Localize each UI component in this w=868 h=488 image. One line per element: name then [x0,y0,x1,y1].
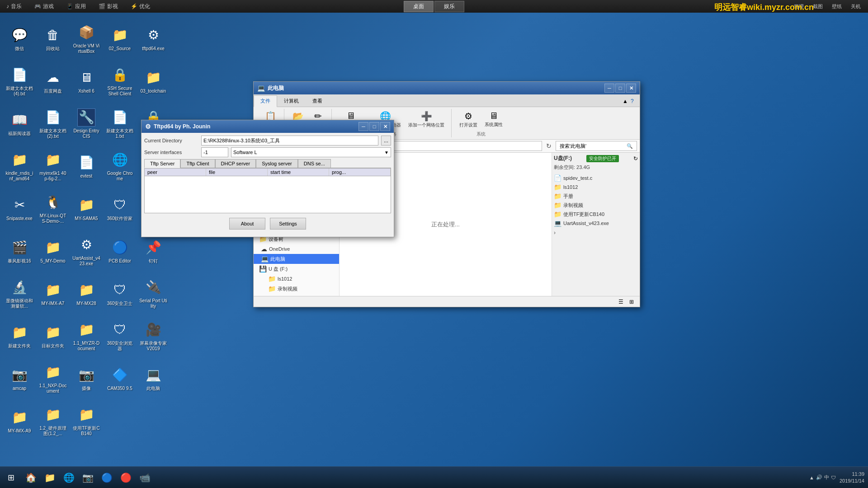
icon-360software[interactable]: 🛡 360软件管家 [104,189,136,228]
icon-360security[interactable]: 🛡 360安全卫士 [104,274,136,313]
tray-arrow-icon[interactable]: ▲ [809,475,814,480]
icon-02source[interactable]: 📁 02_Source [104,19,136,58]
icon-newtext4[interactable]: 📄 新建文本文档 (4).txt [4,62,35,100]
current-dir-input[interactable]: E:\RK3288\linux-3.10系统\03_工具 [201,136,378,145]
icon-360browser[interactable]: 🛡 360安全浏览器 [104,317,136,355]
tab-tftp-client[interactable]: Tftp Client [180,159,215,168]
icon-design-entry[interactable]: 🔧 Design Entry CIS [71,104,102,143]
tray-security-icon[interactable]: 🛡 [831,475,836,480]
icon-cam350[interactable]: 🔷 CAM350 9.5 [104,359,136,398]
icon-newtext1[interactable]: 📄 新建文本文档 1.txt [104,104,136,143]
taskbar-app-chrome[interactable]: 🔵 [98,469,116,487]
start-button[interactable]: ⊞ [2,469,20,487]
tray-volume-icon[interactable]: 🔊 [816,474,822,480]
tftpd-close-btn[interactable]: ✕ [380,122,390,131]
icon-uart-assist[interactable]: ⚙ UartAssist_v423.exe [71,232,102,270]
icon-evtest[interactable]: 📄 evtest [71,147,102,185]
browse-btn[interactable]: ... [381,136,391,145]
icon-kindle[interactable]: 📁 kindle_rndis_inf_amd64 [4,147,35,185]
icon-my-imx-a9[interactable]: 📁 MY-IMX-A9 [4,402,35,440]
icon-new-folder[interactable]: 📁 新建文件夹 [4,317,35,355]
icon-wechat[interactable]: 💬 微信 [4,19,35,58]
explorer-maximize-btn[interactable]: □ [615,84,625,93]
nav-item-udisk[interactable]: 💾 U 盘 (F:) [254,264,339,274]
icon-snipaste[interactable]: ✂ Snipaste.exe [4,189,35,228]
icon-tftpd64[interactable]: ⚙ tftpd64.exe [137,19,169,58]
ribbon-btn-open-settings[interactable]: ⚙ 打开设置 [456,109,481,130]
entertainment-tab[interactable]: 娱乐 [434,1,464,12]
icon-my-mx28[interactable]: 📁 MY-MX28 [71,274,102,313]
security-refresh-btn[interactable]: ↻ [633,155,638,162]
tftpd-minimize-btn[interactable]: ─ [359,122,368,131]
ribbon-tab-computer[interactable]: 计算机 [277,95,306,107]
icon-baofeng[interactable]: 🎬 暴风影视16 [4,232,35,270]
right-panel-item-spidev[interactable]: 📄 spidev_test.c [554,174,638,183]
desktop-tab[interactable]: 桌面 [404,1,434,12]
list-view-btn[interactable]: ☰ [616,298,625,306]
ribbon-btn-system-props[interactable]: 🖥 系统属性 [481,109,506,130]
icon-my-computer[interactable]: 💻 此电脑 [137,359,169,398]
icon-myzr-doc[interactable]: 📁 1.1_MYZR-Document [71,317,102,355]
ribbon-help-btn[interactable]: ? [631,98,638,105]
icon-toolchain[interactable]: 📁 03_toolchain [137,62,169,100]
grid-view-btn[interactable]: ⊞ [627,298,636,306]
software-input[interactable]: Software L ▼ [231,147,391,157]
interfaces-input[interactable]: -1 [201,147,228,157]
refresh-button[interactable]: ↻ [544,141,554,151]
taskbar-top-movies[interactable]: 🎬 影视 [96,2,121,11]
tray-lang-icon[interactable]: 中 [824,474,829,481]
ribbon-expand-btn[interactable]: ▲ [623,98,630,105]
tab-syslog-server[interactable]: Syslog server [256,159,298,168]
icon-newtext2[interactable]: 📄 新建文本文档 (2).txt [37,104,69,143]
icon-ssh[interactable]: 🔒 SSH Secure Shell Client [104,62,136,100]
icon-my-imx-a7[interactable]: 📁 MY-IMX-A7 [37,274,69,313]
nav-item-this-pc[interactable]: 💻 此电脑 [254,254,339,264]
icon-dingtalk[interactable]: 📌 钉钉 [137,232,169,270]
icon-my-sama5[interactable]: 📁 MY-SAMA5 [71,189,102,228]
icon-baidu[interactable]: ☁ 百度网盘 [37,62,69,100]
icon-schematic[interactable]: 📁 1.2_硬件原理图(1.2_... [37,402,69,440]
ribbon-tab-view[interactable]: 查看 [306,95,329,107]
taskbar-top-music[interactable]: ♪ 音乐 [4,2,24,11]
tftpd-maximize-btn[interactable]: □ [369,122,379,131]
right-panel-expand-btn[interactable]: › [554,228,638,238]
icon-myimx6[interactable]: 📁 myimx6k1 40p-6g-2... [37,147,69,185]
search-bar[interactable]: 搜索'此电脑' 🔍 [556,141,637,151]
taskbar-app-camera[interactable]: 📷 [79,469,97,487]
taskbar-top-games[interactable]: 🎮 游戏 [32,2,57,11]
icon-pcb-editor[interactable]: 🔵 PCB Editor [104,232,136,270]
settings-button[interactable]: Settings [270,218,306,230]
taskbar-app-red[interactable]: 🔴 [117,469,135,487]
shutdown-btn[interactable]: 关机 [847,2,864,11]
icon-virtualbox[interactable]: 📦 Oracle VM VirtualBox [71,19,102,58]
right-panel-item-uart-assist-rp[interactable]: 💻 UartAssist_v423.exe [554,219,638,228]
explorer-close-btn[interactable]: ✕ [626,84,636,93]
nav-item-ls1012[interactable]: 📁 ls1012 [254,274,339,284]
right-panel-item-manual[interactable]: 📁 手册 [554,192,638,201]
tab-tftp-server[interactable]: Tftp Server [144,159,180,168]
icon-google-chrome[interactable]: 🌐 Google Chrome [104,147,136,185]
icon-xshell[interactable]: 🖥 Xshell 6 [71,62,102,100]
right-panel-item-recordings-rp[interactable]: 📁 录制视频 [554,201,638,210]
icon-recycle[interactable]: 🗑 回收站 [37,19,69,58]
icon-my-demo[interactable]: 📁 5_MY-Demo [37,232,69,270]
about-button[interactable]: About [229,218,265,230]
icon-fuxin[interactable]: 📖 福新阅读器 [4,104,35,143]
icon-nxp-doc[interactable]: 📁 1.1_NXP-Document [37,359,69,398]
taskbar-app-video[interactable]: 📹 [136,469,154,487]
taskbar-app-files[interactable]: 📁 [41,469,59,487]
taskbar-app-home[interactable]: 🏠 [22,469,40,487]
icon-serial-port[interactable]: 🔌 Serial Port Utility [137,274,169,313]
icon-tf-update[interactable]: 📁 使用TF更新CB140 [71,402,102,440]
tab-dhcp-server[interactable]: DHCP server [215,159,256,168]
icon-amcap[interactable]: 📷 amcap [4,359,35,398]
explorer-minimize-btn[interactable]: ─ [604,84,614,93]
icon-my-linux[interactable]: 🐧 MY-Linux-QTS-Demo-... [37,189,69,228]
right-panel-item-tf-update-rp[interactable]: 📁 使用TF更新CB140 [554,210,638,219]
taskbar-top-apps[interactable]: 📱 应用 [64,2,89,11]
icon-target-folder[interactable]: 📁 目标文件夹 [37,317,69,355]
nav-item-onedrive[interactable]: ☁ OneDrive [254,244,339,254]
icon-microscope[interactable]: 🔬 显微镜驱动和测量软... [4,274,35,313]
tab-dns[interactable]: DNS se... [298,159,331,168]
icon-camera[interactable]: 📷 摄像 [71,359,102,398]
